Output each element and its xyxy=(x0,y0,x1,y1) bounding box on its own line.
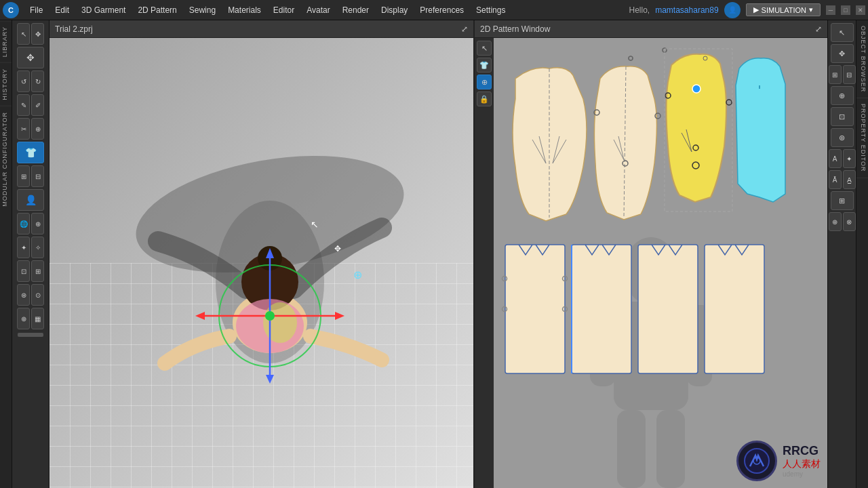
rotate-right-tool[interactable]: ↻ xyxy=(31,70,44,92)
menu-render[interactable]: Render xyxy=(337,3,374,17)
viewport-3d-expand[interactable]: ⤢ xyxy=(461,24,468,34)
tool-pair-9: ⊛ ⊙ xyxy=(17,284,44,306)
pattern-skirt-4[interactable] xyxy=(705,245,764,373)
r-tool-4[interactable]: ⊕ xyxy=(831,86,854,105)
tool-pair-2: ↺ ↻ xyxy=(17,70,44,92)
r-tool-6[interactable]: ⊛ xyxy=(831,128,854,147)
history-tab[interactable]: HISTORY xyxy=(0,62,12,106)
r-tool-3b[interactable]: ⊟ xyxy=(843,65,856,84)
texture-l-tool[interactable]: ⊞ xyxy=(17,165,30,187)
user-avatar[interactable]: 👤 xyxy=(724,2,741,18)
viewport-3d-title: Trial 2.zprj xyxy=(55,24,93,34)
pattern-canvas[interactable]: ↖ 👕 ⊕ 🔒 xyxy=(475,38,827,488)
measure-r-tool[interactable]: ⊞ xyxy=(31,260,44,282)
svg-rect-53 xyxy=(572,245,631,373)
measure-l-tool[interactable]: ⊡ xyxy=(17,260,30,282)
simulation-button[interactable]: ▶ SIMULATION ▾ xyxy=(746,3,821,16)
r-tool-8b[interactable]: A̲ xyxy=(843,170,856,189)
object-browser-tab[interactable]: OBJECT BROWSER xyxy=(856,20,868,98)
pattern-back-bodice[interactable] xyxy=(513,68,587,221)
menu-sewing[interactable]: Sewing xyxy=(184,3,221,17)
brand-sub: 人人素材 xyxy=(783,458,821,470)
r-tool-1[interactable]: ↖ xyxy=(831,23,854,42)
pattern-skirt-2[interactable] xyxy=(572,245,631,373)
svg-rect-52 xyxy=(505,245,565,373)
avatar-select-tool[interactable]: 👤 xyxy=(17,189,44,211)
pose-l-tool[interactable]: ✦ xyxy=(17,237,30,258)
menu-avatar[interactable]: Avatar xyxy=(301,3,335,17)
pattern-skirt-1[interactable] xyxy=(505,245,565,373)
avatar-3d-svg: ✥ xyxy=(124,79,416,472)
svg-point-48 xyxy=(629,56,633,60)
add-r-tool[interactable]: ⊕ xyxy=(31,118,44,140)
menu-edit[interactable]: Edit xyxy=(50,3,75,17)
2d-tool-1[interactable]: ↖ xyxy=(477,41,492,56)
tool-pair-3: ✎ ✐ xyxy=(17,94,44,116)
r-tool-5[interactable]: ⊡ xyxy=(831,107,854,126)
modular-configurator-tab[interactable]: MODULAR CONFIGURATOR xyxy=(0,106,12,212)
layout-l-tool[interactable]: ⊛ xyxy=(17,284,30,306)
menu-display[interactable]: Display xyxy=(376,3,413,17)
transform-tool[interactable]: ✥ xyxy=(17,47,44,68)
close-button[interactable]: ✕ xyxy=(856,5,865,15)
svg-text:⊕: ⊕ xyxy=(353,269,362,281)
minimize-button[interactable]: ─ xyxy=(826,5,835,15)
pattern-vest-cyan[interactable] xyxy=(736,58,785,202)
r-tool-10a[interactable]: ⊕ xyxy=(829,212,842,231)
r-tool-2[interactable]: ✥ xyxy=(831,44,854,63)
2d-tool-4[interactable]: 🔒 xyxy=(477,92,492,106)
menu-materials[interactable]: Materials xyxy=(222,3,267,17)
svg-rect-56 xyxy=(705,245,764,373)
maximize-button[interactable]: □ xyxy=(841,5,850,15)
left-side-tabs: LIBRARY HISTORY MODULAR CONFIGURATOR xyxy=(0,20,12,488)
mannequin-r-tool[interactable]: ▦ xyxy=(31,308,44,329)
username-link[interactable]: mamtasaharan89 xyxy=(655,5,718,15)
r-tool-3a[interactable]: ⊞ xyxy=(829,65,842,84)
select-arrow-tool[interactable]: ↖ xyxy=(17,23,30,45)
globe-r-tool[interactable]: ⊕ xyxy=(31,213,44,235)
pattern-front-bodice-selected[interactable] xyxy=(665,54,732,202)
left-toolbar: ↖ ✥ ✥ ↺ ↻ ✎ ✐ ✂ ⊕ 👕 ⊞ ⊟ 👤 🌐 ⊕ ✦ ✧ xyxy=(12,20,50,488)
pattern-skirt-3[interactable] xyxy=(638,245,698,373)
tool-pair-4: ✂ ⊕ xyxy=(17,118,44,140)
r-tool-10b[interactable]: ⊗ xyxy=(843,212,856,231)
2d-tool-3[interactable]: ⊕ xyxy=(477,75,492,89)
library-tab[interactable]: LIBRARY xyxy=(0,20,12,62)
cut-l-tool[interactable]: ✂ xyxy=(17,118,30,140)
texture-r-tool[interactable]: ⊟ xyxy=(31,165,44,187)
r-tool-8a[interactable]: Ā xyxy=(829,170,842,189)
mannequin-tool[interactable]: ⊕ xyxy=(17,308,30,329)
edit-r-tool[interactable]: ✐ xyxy=(31,94,44,116)
menu-2d-pattern[interactable]: 2D Pattern xyxy=(132,3,182,17)
svg-point-17 xyxy=(265,311,275,321)
svg-rect-55 xyxy=(638,245,698,373)
menu-editor[interactable]: Editor xyxy=(268,3,300,17)
pattern-front-bodice-l[interactable] xyxy=(594,66,660,220)
edit-l-tool[interactable]: ✎ xyxy=(17,94,30,116)
menu-settings[interactable]: Settings xyxy=(471,3,511,17)
pose-r-tool[interactable]: ✧ xyxy=(31,237,44,258)
menu-3d-garment[interactable]: 3D Garment xyxy=(76,3,131,17)
brand-name: RRCG xyxy=(783,444,821,458)
sim-chevron: ▾ xyxy=(809,5,813,14)
svg-marker-14 xyxy=(335,312,344,320)
r-tool-7a[interactable]: A xyxy=(829,149,842,168)
menu-preferences[interactable]: Preferences xyxy=(414,3,469,17)
svg-point-42 xyxy=(726,100,732,105)
viewport-3d-canvas[interactable]: ✥ xyxy=(50,38,473,488)
globe-l-tool[interactable]: 🌐 xyxy=(17,213,30,235)
garment-tool[interactable]: 👕 xyxy=(17,142,44,163)
platform-text: udemy xyxy=(783,470,821,478)
viewport-2d-title: 2D Pattern Window xyxy=(480,24,550,34)
r-tool-7b[interactable]: ✦ xyxy=(843,149,856,168)
viewport-2d-expand[interactable]: ⤢ xyxy=(815,24,822,34)
property-editor-tab[interactable]: PROPERTY EDITOR xyxy=(856,98,868,178)
r-tool-9[interactable]: ⊞ xyxy=(831,191,854,210)
menu-file[interactable]: File xyxy=(24,3,48,17)
layout-r-tool[interactable]: ⊙ xyxy=(31,284,44,306)
move-all-tool[interactable]: ✥ xyxy=(31,23,44,45)
viewport-2d-header: 2D Pattern Window ⤢ xyxy=(475,20,827,38)
r-tool-pair-2: A ✦ xyxy=(829,149,856,168)
rotate-left-tool[interactable]: ↺ xyxy=(17,70,30,92)
2d-tool-2[interactable]: 👕 xyxy=(477,58,492,73)
